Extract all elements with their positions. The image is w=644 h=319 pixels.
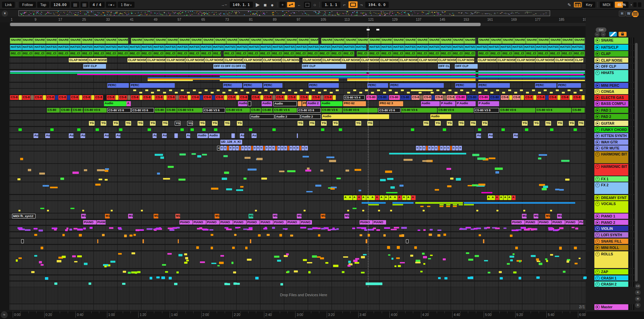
note-blob[interactable] — [199, 14, 200, 14]
note-blob[interactable] — [125, 13, 126, 13]
clip-lane[interactable] — [439, 206, 443, 207]
note-blob[interactable] — [352, 228, 355, 229]
note-blob[interactable] — [57, 12, 57, 13]
note-blob[interactable] — [396, 257, 400, 259]
clip-lane[interactable] — [411, 89, 433, 91]
note-blob[interactable] — [20, 158, 23, 160]
play-icon[interactable]: ▶ — [595, 108, 600, 113]
note-blob[interactable] — [79, 234, 82, 236]
clip[interactable]: CS-80 — [377, 95, 388, 100]
note-blob[interactable] — [190, 14, 190, 14]
note-blob[interactable] — [423, 12, 424, 12]
drum-hit[interactable] — [211, 92, 214, 93]
clip[interactable]: YG — [162, 121, 168, 126]
drum-hit[interactable] — [264, 89, 267, 91]
drum-hit[interactable] — [294, 92, 297, 93]
drum-hit[interactable] — [347, 92, 350, 93]
clip[interactable] — [248, 101, 251, 106]
clip[interactable]: HATS/C — [381, 45, 393, 50]
note-blob[interactable] — [430, 255, 433, 256]
note-blob[interactable] — [309, 15, 309, 15]
clip[interactable] — [174, 133, 178, 138]
drum-hit[interactable] — [324, 89, 327, 91]
clip[interactable]: A — [353, 195, 357, 200]
clip[interactable]: 002_Cl — [105, 51, 117, 56]
clip[interactable]: CLAP NOISE — [457, 58, 474, 62]
note-blob[interactable] — [87, 14, 87, 14]
clip[interactable]: CS-8 — [447, 95, 455, 100]
clip[interactable] — [250, 239, 251, 243]
clip[interactable]: SNARE — [417, 38, 428, 44]
note-blob[interactable] — [513, 253, 515, 255]
play-icon[interactable]: ▶ — [595, 83, 600, 88]
clip[interactable] — [180, 128, 184, 131]
clip-lane[interactable] — [427, 206, 430, 207]
note-blob[interactable] — [261, 13, 261, 14]
clip[interactable]: A — [366, 195, 371, 200]
note-blob[interactable] — [363, 12, 364, 13]
clip[interactable]: CS-8 — [312, 95, 320, 100]
group-icon[interactable]: ≡ — [595, 71, 600, 75]
clip-lane[interactable] — [464, 202, 575, 204]
note-blob[interactable] — [74, 261, 78, 262]
note-blob[interactable] — [390, 186, 395, 188]
clip[interactable] — [420, 95, 423, 100]
clip[interactable]: YG — [557, 121, 563, 126]
note-blob[interactable] — [211, 188, 218, 190]
note-blob[interactable] — [290, 235, 293, 237]
play-icon[interactable]: ▶ — [595, 64, 600, 69]
note-blob[interactable] — [209, 229, 213, 231]
clip[interactable]: M1 — [273, 214, 277, 218]
note-blob[interactable] — [282, 11, 283, 12]
track-header-crash-2[interactable]: ≡CRASH 2 — [594, 281, 628, 287]
drum-hit[interactable] — [407, 92, 410, 93]
clip[interactable]: M1 — [534, 214, 538, 218]
clip[interactable] — [200, 95, 203, 100]
note-blob[interactable] — [159, 14, 160, 14]
note-blob[interactable] — [345, 170, 349, 172]
clip[interactable]: CLAP NOISE — [380, 58, 399, 62]
note-blob[interactable] — [273, 12, 274, 13]
note-blob[interactable] — [361, 12, 361, 12]
note-blob[interactable] — [128, 12, 128, 12]
note-blob[interactable] — [185, 257, 188, 259]
note-blob[interactable] — [156, 13, 156, 13]
clip[interactable]: CLAP NOISE — [536, 58, 555, 62]
note-blob[interactable] — [343, 256, 348, 258]
clip[interactable] — [111, 210, 113, 211]
note-blob[interactable] — [532, 228, 536, 230]
clip[interactable] — [97, 239, 98, 243]
drum-hit[interactable] — [228, 89, 231, 91]
note-blob[interactable] — [302, 12, 302, 12]
play-icon[interactable]: ▶ — [595, 214, 600, 218]
clip[interactable]: SNARE — [526, 38, 538, 44]
clip[interactable]: HATS/C — [429, 45, 440, 50]
clip[interactable]: u — [416, 146, 419, 150]
clip[interactable] — [450, 146, 452, 150]
clip[interactable]: CLAP NOISE — [399, 58, 418, 62]
clip[interactable]: CS-80 V3 8 — [474, 108, 499, 113]
track-header-harmonic-bit[interactable]: ≡HARMONIC BIT — [594, 151, 628, 163]
note-blob[interactable] — [399, 14, 400, 14]
drum-hit[interactable] — [532, 89, 535, 91]
note-blob[interactable] — [306, 191, 313, 192]
note-blob[interactable] — [563, 271, 566, 273]
clip[interactable]: HATS/C — [201, 45, 212, 50]
clip[interactable]: CS-8 — [549, 95, 557, 100]
drum-hit[interactable] — [199, 92, 202, 93]
note-blob[interactable] — [429, 234, 432, 236]
note-blob[interactable] — [197, 155, 201, 157]
note-blob[interactable] — [363, 15, 365, 16]
note-blob[interactable] — [103, 12, 104, 13]
note-blob[interactable] — [389, 13, 389, 14]
note-blob[interactable] — [204, 12, 205, 13]
note-blob[interactable] — [99, 179, 102, 180]
clip[interactable]: HATS/C — [476, 45, 488, 50]
note-blob[interactable] — [507, 263, 510, 265]
note-blob[interactable] — [227, 283, 230, 285]
note-blob[interactable] — [359, 190, 362, 191]
clip[interactable]: u — [232, 146, 235, 150]
note-blob[interactable] — [75, 12, 76, 13]
clip-lane[interactable] — [464, 204, 474, 205]
clip[interactable]: u — [248, 146, 251, 150]
